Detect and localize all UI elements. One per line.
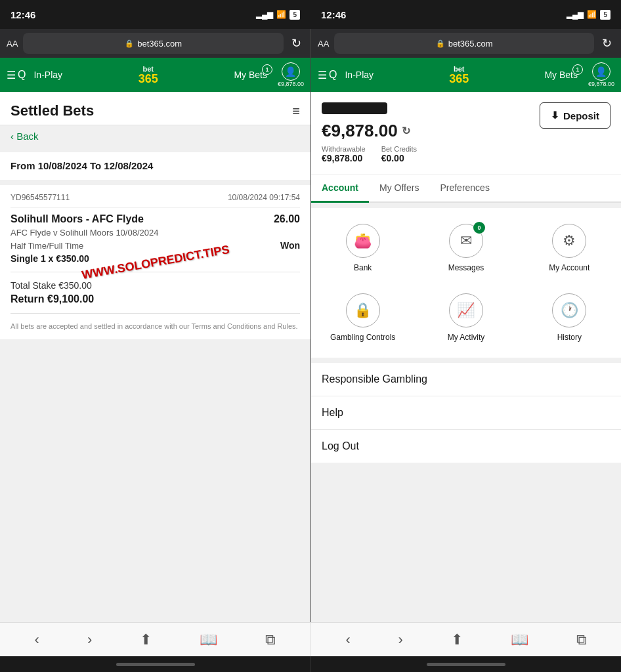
account-balance-right: €9,878.00 (588, 81, 614, 87)
my-activity-label: My Activity (448, 333, 485, 342)
back-nav-right[interactable]: ‹ (340, 626, 355, 654)
help-item[interactable]: Help (311, 396, 621, 430)
deposit-label: Deposit (563, 110, 599, 121)
nav-bar-left: ☰ Q In-Play bet 365 My Bets 1 👤 €9,878.0… (0, 58, 310, 92)
log-out-item[interactable]: Log Out (311, 430, 621, 463)
deposit-icon: ⬇ (551, 110, 559, 121)
home-pill-left (116, 663, 195, 666)
menu-button-right[interactable]: ☰ Q (318, 69, 337, 81)
bet-card-wrapper: YD96545577111 10/08/2024 09:17:54 Solihu… (0, 185, 310, 339)
messages-icon-circle: ✉ 0 (449, 224, 483, 258)
page-menu-icon[interactable]: ≡ (292, 104, 300, 119)
bottom-right: ‹ › ⬆ 📖 ⧉ (310, 623, 621, 656)
my-activity-icon: 📈 (457, 302, 475, 319)
phones-container: ☰ Q In-Play bet 365 My Bets 1 👤 €9,878.0… (0, 58, 621, 622)
nav-bar-right: ☰ Q In-Play bet 365 My Bets 1 👤 €9,878.0… (311, 58, 621, 92)
account-balance-left: €9,878.00 (278, 81, 304, 87)
tab-my-offers[interactable]: My Offers (369, 175, 429, 203)
account-btn-left[interactable]: 👤 €9,878.00 (278, 62, 304, 87)
logo-365-right: 365 (449, 73, 469, 85)
gambling-controls-icon: 🔒 (354, 302, 372, 319)
url-bar-left[interactable]: 🔒 bet365.com (23, 33, 284, 54)
my-activity-icon-circle: 📈 (449, 293, 483, 327)
mybets-btn-left[interactable]: My Bets 1 (234, 70, 267, 80)
status-bar: 12:46 ▂▄▆ 📶 5 12:46 ▂▄▆ 📶 5 (0, 0, 621, 29)
responsible-gambling-item[interactable]: Responsible Gambling (311, 363, 621, 396)
mybets-badge-right: 1 (572, 64, 583, 75)
tabs-btn-right[interactable]: ⧉ (571, 626, 592, 654)
battery-icon-right: 5 (600, 10, 610, 20)
history-item[interactable]: 🕐 History (518, 283, 621, 352)
bank-icon-circle: 👛 (346, 224, 380, 258)
aa-text-right[interactable]: AA (318, 39, 329, 49)
bet-total: Total Stake €350.00 (11, 280, 300, 291)
reload-btn-left[interactable]: ↻ (289, 36, 304, 51)
bet-text-right: bet (454, 66, 465, 73)
reload-btn-right[interactable]: ↻ (599, 36, 614, 51)
bet-date: 10/08/2024 09:17:54 (228, 193, 300, 202)
balance-amount: €9,878.00 ↻ (322, 121, 417, 141)
search-icon-right: Q (329, 69, 337, 81)
my-activity-item[interactable]: 📈 My Activity (414, 283, 517, 352)
bet-market: Half Time/Full Time (11, 241, 83, 251)
deposit-button[interactable]: ⬇ Deposit (540, 102, 610, 129)
tab-account[interactable]: Account (311, 175, 369, 203)
aa-text-left[interactable]: AA (7, 39, 18, 49)
my-account-item[interactable]: ⚙ My Account (518, 213, 621, 283)
back-button[interactable]: ‹ Back (0, 125, 49, 147)
search-icon-left: Q (18, 69, 26, 81)
balance-value: €9,878.00 (322, 121, 398, 141)
home-pill-right (427, 663, 505, 666)
history-label: History (557, 333, 582, 342)
menu-button-left[interactable]: ☰ Q (7, 69, 26, 81)
bet-disclaimer: All bets are accepted and settled in acc… (11, 313, 300, 331)
left-phone-panel: ☰ Q In-Play bet 365 My Bets 1 👤 €9,878.0… (0, 58, 310, 622)
withdrawable-item: Withdrawable €9,878.00 (322, 145, 366, 163)
bet-market-row: Half Time/Full Time Won (11, 240, 300, 251)
bet-teams: AFC Flyde v Solihull Moors 10/08/2024 (11, 228, 300, 238)
account-menu-list: Responsible Gambling Help Log Out (311, 363, 621, 463)
messages-icon: ✉ (460, 232, 472, 249)
wifi-icon-right: 📶 (587, 10, 597, 19)
bet-card: YD96545577111 10/08/2024 09:17:54 Solihu… (0, 185, 310, 339)
username-bar (322, 102, 387, 114)
bookmarks-btn-left[interactable]: 📖 (194, 626, 223, 654)
share-btn-left[interactable]: ⬆ (135, 626, 157, 654)
mybets-btn-right[interactable]: My Bets 1 (544, 70, 578, 80)
my-account-icon-circle: ⚙ (552, 224, 586, 258)
forward-nav-right[interactable]: › (393, 626, 408, 654)
tabs-btn-left[interactable]: ⧉ (260, 626, 281, 654)
bet-ref-row: YD96545577111 10/08/2024 09:17:54 (11, 193, 300, 208)
messages-item[interactable]: ✉ 0 Messages (414, 213, 517, 283)
bet-text-left: bet (142, 66, 154, 73)
share-btn-right[interactable]: ⬆ (446, 626, 468, 654)
account-icon-right: 👤 (592, 62, 610, 81)
balance-sub: Withdrawable €9,878.00 Bet Credits €0.00 (322, 145, 417, 163)
tab-preferences[interactable]: Preferences (429, 175, 500, 203)
bet365-logo-right: bet 365 (449, 66, 469, 85)
account-btn-right[interactable]: 👤 €9,878.00 (588, 62, 614, 87)
bookmarks-btn-right[interactable]: 📖 (505, 626, 534, 654)
inplay-link-right[interactable]: In-Play (345, 70, 374, 80)
bet-summary: Total Stake €350.00 Return €9,100.00 (11, 272, 300, 305)
logo-365-left: 365 (139, 73, 158, 85)
forward-nav-left[interactable]: › (82, 626, 97, 654)
my-account-label: My Account (549, 263, 589, 272)
date-range-text: From 10/08/2024 To 12/08/2024 (11, 160, 153, 171)
back-nav-left[interactable]: ‹ (30, 626, 45, 654)
bottom-bar: ‹ › ⬆ 📖 ⧉ ‹ › ⬆ 📖 ⧉ (0, 622, 621, 656)
status-icons-left: ▂▄▆ 📶 5 (256, 10, 300, 20)
bank-item[interactable]: 👛 Bank (311, 213, 414, 283)
logo-left: bet 365 (68, 66, 228, 85)
inplay-link-left[interactable]: In-Play (33, 70, 62, 80)
gambling-controls-item[interactable]: 🔒 Gambling Controls (311, 283, 414, 352)
status-time-left: 12:46 (11, 9, 35, 20)
account-icon-left: 👤 (282, 62, 300, 81)
history-icon: 🕐 (561, 302, 578, 319)
bet-return: Return €9,100.00 (11, 293, 300, 305)
gambling-controls-label: Gambling Controls (330, 333, 395, 342)
date-range: From 10/08/2024 To 12/08/2024 (0, 152, 310, 180)
bet-ref: YD96545577111 (11, 193, 70, 202)
url-bar-right[interactable]: 🔒 bet365.com (334, 33, 594, 54)
refresh-icon[interactable]: ↻ (402, 125, 410, 137)
